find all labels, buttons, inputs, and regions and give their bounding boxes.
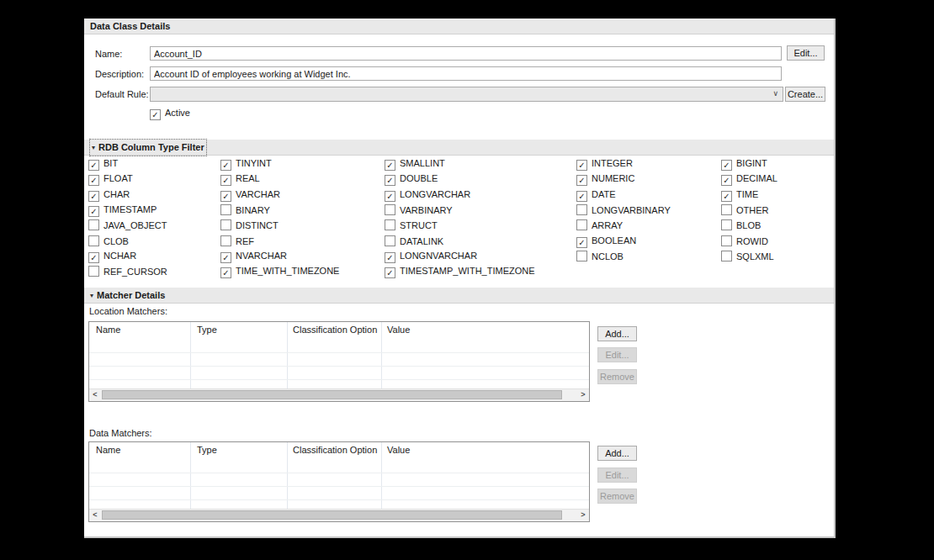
column-header-name[interactable]: Name [96,445,120,455]
scrollbar-thumb[interactable] [102,510,562,520]
type-checkbox-ARRAY[interactable]: ARRAY [576,219,623,231]
type-checkbox-REAL[interactable]: ✓REAL [220,173,260,185]
checkbox-empty-icon [576,251,587,262]
matcher-details-section-header[interactable]: ▾Matcher Details [84,288,834,304]
checkbox-empty-icon [220,204,231,215]
active-checkbox-label: Active [165,108,190,118]
column-header-value[interactable]: Value [387,445,410,455]
type-checkbox-DISTINCT[interactable]: DISTINCT [220,219,279,231]
type-checkbox-VARBINARY[interactable]: VARBINARY [385,204,453,216]
type-checkbox-TIMESTAMP_WITH_TIMEZONE[interactable]: ✓TIMESTAMP_WITH_TIMEZONE [385,266,535,277]
rdb-filter-section-header[interactable]: ▾RDB Column Type Filter [84,140,834,156]
type-checkbox-VARCHAR[interactable]: ✓VARCHAR [220,189,280,201]
type-checkbox-label: VARBINARY [400,205,453,215]
type-checkbox-label: TIME [736,189,758,199]
edit-button[interactable]: Edit... [597,347,637,362]
type-checkbox-SQLXML[interactable]: SQLXML [721,251,774,262]
type-checkbox-NVARCHAR[interactable]: ✓NVARCHAR [220,251,287,262]
type-checkbox-OTHER[interactable]: OTHER [721,204,769,216]
checkbox-empty-icon [721,251,732,262]
horizontal-scrollbar[interactable]: < > [89,388,589,401]
type-checkbox-NUMERIC[interactable]: ✓NUMERIC [576,173,634,185]
checkbox-check-icon: ✓ [721,175,732,186]
scroll-right-icon[interactable]: > [577,389,589,400]
type-checkbox-TIME_WITH_TIMEZONE[interactable]: ✓TIME_WITH_TIMEZONE [220,266,339,277]
name-input[interactable] [150,46,782,61]
type-checkbox-BINARY[interactable]: BINARY [220,204,270,216]
remove-button[interactable]: Remove [597,369,637,384]
type-checkbox-DATALINK[interactable]: DATALINK [385,235,443,247]
type-checkbox-FLOAT[interactable]: ✓FLOAT [88,173,133,185]
checkbox-check-icon: ✓ [220,267,231,278]
scrollbar-thumb[interactable] [102,390,562,399]
checkbox-empty-icon [385,204,395,215]
type-checkbox-TIMESTAMP[interactable]: ✓TIMESTAMP [88,204,157,216]
type-checkbox-NCLOB[interactable]: NCLOB [576,251,624,262]
type-checkbox-label: OTHER [736,205,769,215]
name-label: Name: [95,49,122,59]
scroll-left-icon[interactable]: < [89,389,101,400]
type-checkbox-label: BIT [103,158,118,168]
active-checkbox[interactable]: ✓Active [150,108,190,119]
data-matchers-label: Data Matchers: [89,428,152,438]
type-checkbox-BLOB[interactable]: BLOB [721,219,761,231]
type-checkbox-label: TIMESTAMP [103,204,157,214]
type-checkbox-label: SQLXML [736,251,774,262]
data-matchers-table[interactable]: < > NameTypeClassification OptionValue [88,441,590,522]
type-checkbox-BIGINT[interactable]: ✓BIGINT [721,158,767,170]
type-checkbox-SMALLINT[interactable]: ✓SMALLINT [385,158,445,170]
type-checkbox-BIT[interactable]: ✓BIT [88,158,118,170]
type-checkbox-ROWID[interactable]: ROWID [721,235,768,247]
column-header-classification-option[interactable]: Classification Option [293,325,377,335]
type-checkbox-CHAR[interactable]: ✓CHAR [88,189,130,201]
type-checkbox-TIME[interactable]: ✓TIME [721,189,758,201]
desktop: { "panel": { "title": "Data Class Detail… [0,0,934,560]
checkbox-check-icon: ✓ [385,267,395,278]
type-checkbox-label: NCLOB [592,251,624,262]
type-checkbox-LONGNVARCHAR[interactable]: ✓LONGNVARCHAR [385,251,477,262]
type-checkbox-label: INTEGER [592,158,633,168]
location-matchers-table[interactable]: < > NameTypeClassification OptionValue [88,321,590,402]
column-header-value[interactable]: Value [387,325,410,335]
edit-button[interactable]: Edit... [597,468,637,483]
description-input[interactable] [150,66,782,81]
description-label: Description: [95,69,144,79]
checkbox-check-icon: ✓ [385,160,395,171]
panel-title-band: Data Class Details [84,18,834,34]
type-checkbox-label: LONGVARBINARY [592,205,671,215]
column-header-type[interactable]: Type [197,445,217,455]
rdb-filter-title: RDB Column Type Filter [98,142,204,152]
add-button[interactable]: Add... [597,446,637,461]
type-checkbox-label: NVARCHAR [236,251,287,261]
type-checkbox-NCHAR[interactable]: ✓NCHAR [88,251,136,262]
create-button[interactable]: Create... [785,87,825,102]
row-divider [89,486,589,487]
scroll-left-icon[interactable]: < [89,510,101,520]
scroll-right-icon[interactable]: > [577,510,589,520]
type-checkbox-DATE[interactable]: ✓DATE [576,189,616,201]
type-checkbox-LONGVARCHAR[interactable]: ✓LONGVARCHAR [385,189,470,201]
remove-button[interactable]: Remove [597,489,637,504]
type-checkbox-STRUCT[interactable]: STRUCT [385,219,438,231]
type-checkbox-BOOLEAN[interactable]: ✓BOOLEAN [576,235,636,247]
type-checkbox-label: CHAR [103,189,130,199]
column-header-name[interactable]: Name [96,325,120,335]
type-checkbox-DOUBLE[interactable]: ✓DOUBLE [385,173,438,185]
type-checkbox-label: REF_CURSOR [103,267,167,277]
column-header-classification-option[interactable]: Classification Option [293,445,377,455]
location-matchers-label: Location Matchers: [89,306,167,316]
type-checkbox-INTEGER[interactable]: ✓INTEGER [576,158,633,170]
default-rule-combobox[interactable]: ∨ [150,87,783,102]
type-checkbox-REF[interactable]: REF [220,235,254,247]
add-button[interactable]: Add... [597,326,637,341]
type-checkbox-DECIMAL[interactable]: ✓DECIMAL [721,173,777,185]
type-checkbox-TINYINT[interactable]: ✓TINYINT [220,158,272,170]
type-checkbox-CLOB[interactable]: CLOB [88,235,129,247]
column-header-type[interactable]: Type [197,325,217,335]
checkbox-empty-icon [220,219,231,230]
type-checkbox-JAVA_OBJECT[interactable]: JAVA_OBJECT [88,219,167,231]
edit-button[interactable]: Edit... [787,45,825,61]
type-checkbox-REF_CURSOR[interactable]: REF_CURSOR [88,266,167,277]
horizontal-scrollbar[interactable]: < > [89,509,589,521]
type-checkbox-LONGVARBINARY[interactable]: LONGVARBINARY [576,204,671,216]
